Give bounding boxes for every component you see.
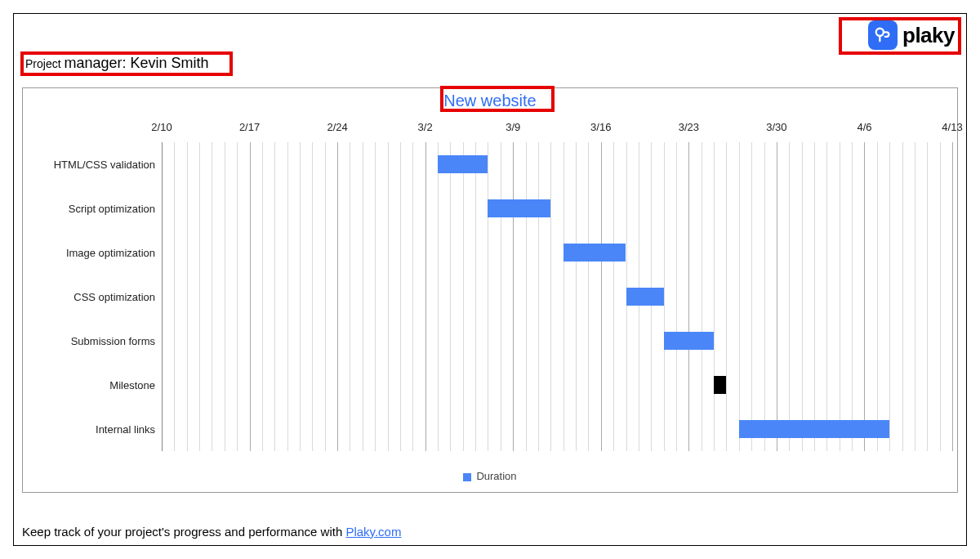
gridline xyxy=(852,142,853,451)
gridline xyxy=(877,142,878,451)
x-tick: 3/23 xyxy=(679,121,699,133)
gantt-chart: New website 2/102/172/243/23/93/163/233/… xyxy=(22,87,958,493)
gridline xyxy=(613,142,614,451)
gridline xyxy=(513,142,514,451)
gridline xyxy=(300,142,301,451)
gridline xyxy=(702,142,702,451)
gridline xyxy=(802,142,803,451)
gridline xyxy=(789,142,790,451)
brand-logo: plaky xyxy=(868,20,955,50)
x-tick: 4/6 xyxy=(857,121,871,133)
gridline xyxy=(739,142,740,451)
gridline xyxy=(425,142,426,451)
y-label: Internal links xyxy=(23,423,155,436)
pm-value: manager: Kevin Smith xyxy=(64,55,208,71)
footer-copy: Keep track of your project's progress an… xyxy=(22,525,345,539)
gridline xyxy=(664,142,665,451)
gridline xyxy=(287,142,288,451)
x-axis-ticks: 2/102/172/243/23/93/163/233/304/64/13 xyxy=(23,121,957,136)
gridline xyxy=(676,142,677,451)
legend-label: Duration xyxy=(476,470,516,482)
gridline xyxy=(274,142,275,451)
gridline xyxy=(751,142,752,451)
footer-text: Keep track of your project's progress an… xyxy=(22,525,401,539)
y-label: Milestone xyxy=(23,379,155,391)
gridline xyxy=(777,142,777,451)
svg-point-0 xyxy=(876,29,884,36)
gridline xyxy=(363,142,363,451)
gridline xyxy=(488,142,488,451)
gridline xyxy=(952,142,953,451)
gantt-bar xyxy=(664,332,714,350)
brand-name: plaky xyxy=(902,23,955,48)
gridline xyxy=(463,142,464,451)
gridline xyxy=(688,142,689,451)
gridline xyxy=(400,142,401,451)
gridline xyxy=(174,142,175,451)
gridline xyxy=(162,142,163,451)
gridline xyxy=(412,142,413,451)
chart-legend: Duration xyxy=(23,470,957,482)
gantt-bar xyxy=(438,155,488,173)
plaky-icon xyxy=(868,20,898,50)
gridline xyxy=(325,142,326,451)
y-label: CSS optimization xyxy=(23,291,155,303)
gridline xyxy=(840,142,840,451)
gantt-bar xyxy=(626,288,664,306)
gridline xyxy=(225,142,225,451)
gridline xyxy=(350,142,350,451)
gridline xyxy=(526,142,527,451)
gridline xyxy=(438,142,439,451)
gridline xyxy=(864,142,865,451)
page-frame: plaky Project manager: Kevin Smith New w… xyxy=(13,13,967,546)
gridline xyxy=(262,142,263,451)
gridline xyxy=(564,142,564,451)
gridline xyxy=(187,142,188,451)
gridline xyxy=(550,142,551,451)
x-tick: 3/2 xyxy=(418,121,433,133)
project-manager-label: Project manager: Kevin Smith xyxy=(25,55,209,72)
gridline xyxy=(814,142,815,451)
gridline xyxy=(889,142,890,451)
x-tick: 2/10 xyxy=(151,121,172,133)
gridline xyxy=(538,142,539,451)
gridline xyxy=(250,142,251,451)
gantt-bar xyxy=(488,199,550,217)
gridline xyxy=(375,142,376,451)
gridline xyxy=(915,142,915,451)
gridline xyxy=(501,142,501,451)
gridline xyxy=(312,142,313,451)
gridline xyxy=(714,142,715,451)
gridline xyxy=(576,142,577,451)
gridline xyxy=(588,142,589,451)
gridline xyxy=(388,142,389,451)
gridline xyxy=(826,142,827,451)
gridline xyxy=(726,142,727,451)
gridline xyxy=(475,142,476,451)
gridline xyxy=(902,142,903,451)
gridline xyxy=(764,142,765,451)
plot-area xyxy=(162,142,952,451)
gridline xyxy=(940,142,941,451)
gridline xyxy=(927,142,928,451)
y-label: Image optimization xyxy=(23,247,155,259)
y-axis-labels: HTML/CSS validationScript optimizationIm… xyxy=(23,142,162,451)
y-label: HTML/CSS validation xyxy=(23,159,155,171)
x-tick: 3/16 xyxy=(590,121,611,133)
milestone-bar xyxy=(714,376,726,394)
gridline xyxy=(450,142,451,451)
chart-title: New website xyxy=(23,92,957,110)
x-tick: 4/13 xyxy=(942,121,962,133)
gridline xyxy=(601,142,602,451)
footer-link[interactable]: Plaky.com xyxy=(345,525,401,539)
y-label: Submission forms xyxy=(23,335,155,347)
x-tick: 2/24 xyxy=(327,121,347,133)
gantt-bar xyxy=(739,420,889,438)
gridline xyxy=(337,142,338,451)
x-tick: 3/9 xyxy=(506,121,520,133)
x-tick: 3/30 xyxy=(766,121,786,133)
legend-swatch xyxy=(463,473,471,481)
gridline xyxy=(212,142,212,451)
gantt-bar xyxy=(564,244,626,262)
x-tick: 2/17 xyxy=(239,121,260,133)
